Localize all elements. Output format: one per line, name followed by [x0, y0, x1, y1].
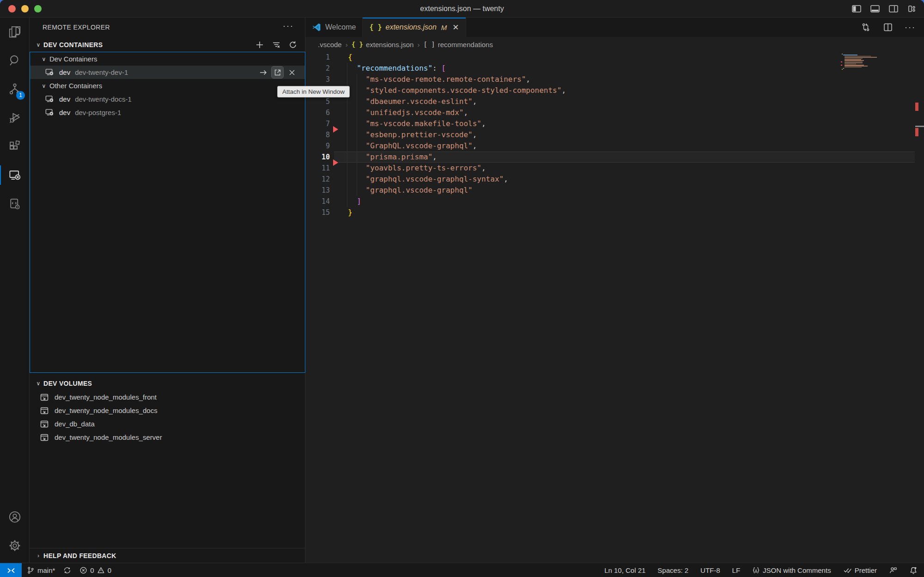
gutter-error-marker — [333, 159, 338, 166]
code-line[interactable]: 12 "graphql.vscode-graphql-syntax", — [305, 174, 924, 185]
open-changes-icon[interactable] — [860, 22, 871, 33]
ruler-error-mark — [915, 103, 918, 111]
code-editor[interactable]: 1{2 "recommendations": [3 "ms-vscode-rem… — [305, 52, 924, 563]
breadcrumb-symbol[interactable]: recommendations — [438, 41, 493, 49]
tree-item-dev-twenty-docs-1[interactable]: dev dev-twenty-docs-1 — [30, 92, 305, 106]
tree-item-dev-postgres-1[interactable]: dev dev-postgres-1 — [30, 106, 305, 119]
extensions-icon[interactable] — [0, 132, 30, 161]
json-braces-icon: { } — [369, 23, 382, 31]
filter-icon[interactable] — [271, 39, 282, 50]
ruler-cursor-mark — [915, 126, 924, 127]
code-line[interactable]: 8 "esbenp.prettier-vscode", — [305, 129, 924, 140]
code-line[interactable]: 13 "graphql.vscode-graphql" — [305, 185, 924, 196]
line-number[interactable]: 7 — [305, 118, 330, 129]
tree-group-other-containers[interactable]: ∨ Other Containers — [30, 79, 305, 92]
status-bar: main* 0 0 Ln 10, Col 21 Spaces: 2 UTF-8 … — [0, 563, 924, 577]
tab-label: Welcome — [325, 23, 356, 31]
code-line[interactable]: 2 "recommendations": [ — [305, 63, 924, 74]
code-line[interactable]: 1{ — [305, 52, 924, 63]
code-line[interactable]: 15} — [305, 207, 924, 218]
encoding-status[interactable]: UTF-8 — [700, 566, 720, 574]
minimap[interactable] — [842, 54, 877, 70]
feedback-icon[interactable] — [889, 566, 897, 574]
help-and-feedback-section-header[interactable]: › HELP AND FEEDBACK — [30, 548, 305, 563]
line-number[interactable]: 15 — [305, 207, 330, 218]
breadcrumb-file[interactable]: extensions.json — [366, 41, 413, 49]
volume-item[interactable]: dev_twenty_node_modules_docs — [30, 404, 305, 417]
new-container-button[interactable] — [254, 39, 265, 50]
code-line[interactable]: 11 "yoavbls.pretty-ts-errors", — [305, 163, 924, 174]
close-tab-icon[interactable]: ✕ — [452, 23, 459, 32]
dev-volumes-section-header[interactable]: ∨ DEV VOLUMES — [30, 377, 305, 390]
code-text: "graphql.vscode-graphql-syntax", — [348, 174, 508, 185]
toggle-panel-icon[interactable] — [869, 3, 881, 14]
error-count: 0 — [90, 566, 94, 574]
explorer-icon[interactable] — [0, 18, 30, 46]
notifications-bell-icon[interactable] — [909, 566, 918, 575]
tab-extensions-json[interactable]: { } extensions.json M ✕ — [363, 18, 466, 37]
modified-badge: M — [441, 24, 447, 31]
code-text: { — [348, 52, 353, 63]
tree-group-dev-containers[interactable]: ∨ Dev Containers — [30, 52, 305, 66]
eol-status[interactable]: LF — [732, 566, 741, 574]
dev-containers-section-header[interactable]: ∨ DEV CONTAINERS — [30, 38, 305, 52]
source-control-icon[interactable]: 1 — [0, 75, 30, 103]
line-number[interactable]: 12 — [305, 174, 330, 185]
minimap-line — [842, 69, 877, 70]
tab-welcome[interactable]: Welcome — [305, 18, 363, 37]
stop-container-icon[interactable] — [286, 67, 298, 78]
line-number[interactable]: 5 — [305, 96, 330, 107]
warning-count: 0 — [108, 566, 111, 574]
breadcrumb-folder[interactable]: .vscode — [318, 41, 342, 49]
indentation-status[interactable]: Spaces: 2 — [657, 566, 688, 574]
code-line[interactable]: 7 "ms-vscode.makefile-tools", — [305, 118, 924, 129]
settings-gear-icon[interactable] — [0, 531, 30, 560]
code-line[interactable]: 6 "unifiedjs.vscode-mdx", — [305, 107, 924, 118]
code-line[interactable]: 4 "styled-components.vscode-styled-compo… — [305, 85, 924, 96]
tree-item-dev-twenty-dev-1[interactable]: dev dev-twenty-dev-1 — [30, 66, 305, 79]
line-number[interactable]: 8 — [305, 129, 330, 140]
formatter-status[interactable]: Prettier — [843, 566, 877, 574]
line-number[interactable]: 11 — [305, 163, 330, 174]
toggle-primary-sidebar-icon[interactable] — [851, 3, 862, 14]
more-actions-icon[interactable]: ··· — [905, 22, 916, 33]
remote-explorer-icon[interactable] — [0, 161, 30, 189]
line-number[interactable]: 6 — [305, 107, 330, 118]
overview-ruler[interactable] — [915, 52, 924, 563]
code-line[interactable]: 10 "prisma.prisma", — [305, 152, 924, 163]
line-number[interactable]: 10 — [305, 152, 330, 163]
split-editor-icon[interactable] — [882, 22, 894, 33]
run-and-debug-icon[interactable] — [0, 103, 30, 132]
line-number[interactable]: 9 — [305, 140, 330, 152]
remote-indicator[interactable] — [0, 563, 22, 577]
line-number[interactable]: 14 — [305, 196, 330, 207]
customize-layout-icon[interactable] — [906, 3, 918, 14]
volume-item[interactable]: dev_twenty_node_modules_front — [30, 390, 305, 404]
json-braces-icon: { } — [352, 41, 363, 48]
cursor-position-status[interactable]: Ln 10, Col 21 — [604, 566, 645, 574]
sync-changes-button[interactable] — [63, 566, 71, 574]
code-line[interactable]: 14 ] — [305, 196, 924, 207]
line-number[interactable]: 1 — [305, 52, 330, 63]
refresh-icon[interactable] — [287, 39, 298, 50]
volume-item[interactable]: dev_db_data — [30, 417, 305, 431]
accounts-icon[interactable] — [0, 503, 30, 531]
search-icon[interactable] — [0, 46, 30, 75]
code-line[interactable]: 9 "GraphQL.vscode-graphql", — [305, 140, 924, 152]
breadcrumb-separator: › — [417, 41, 419, 49]
line-number[interactable]: 3 — [305, 74, 330, 85]
problems-status[interactable]: 0 0 — [79, 566, 111, 574]
attach-in-new-window-icon[interactable] — [272, 67, 283, 78]
git-branch-status[interactable]: main* — [27, 566, 55, 574]
line-number[interactable]: 2 — [305, 63, 330, 74]
code-line[interactable]: 5 "dbaeumer.vscode-eslint", — [305, 96, 924, 107]
line-number[interactable]: 13 — [305, 185, 330, 196]
volume-item[interactable]: dev_twenty_node_modules_server — [30, 431, 305, 444]
attach-container-icon[interactable] — [257, 67, 269, 78]
language-mode-status[interactable]: JSON with Comments — [752, 566, 831, 574]
sidebar-title: REMOTE EXPLORER — [43, 24, 110, 31]
sidebar-more-actions-icon[interactable]: ··· — [283, 21, 294, 31]
toggle-secondary-sidebar-icon[interactable] — [888, 3, 899, 14]
code-line[interactable]: 3 "ms-vscode-remote.remote-containers", — [305, 74, 924, 85]
container-tools-icon[interactable] — [0, 189, 30, 218]
